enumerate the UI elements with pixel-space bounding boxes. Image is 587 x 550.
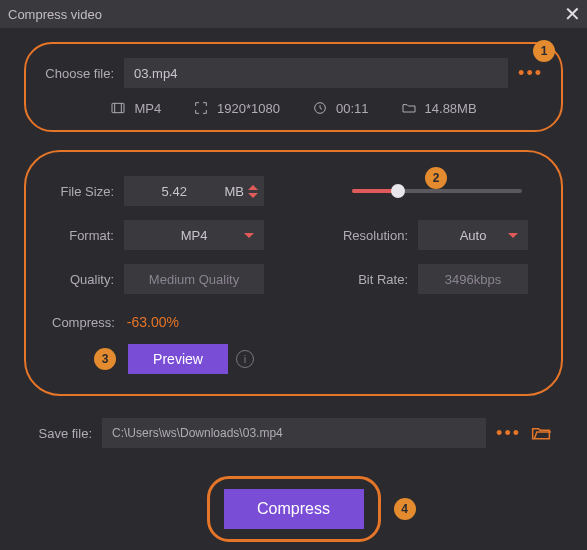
filesize-value: 5.42 [124,184,225,199]
action-row: Compress 4 [0,476,587,542]
chevron-down-icon [244,233,254,238]
format-label: Format: [52,228,114,243]
close-icon[interactable]: ✕ [564,2,581,26]
choose-file-section: 1 Choose file: ••• MP4 1920*1080 00:11 1… [24,42,563,132]
meta-format-value: MP4 [134,101,161,116]
preview-button[interactable]: Preview [128,344,228,374]
resolution-label: Resolution: [332,228,408,243]
compress-button[interactable]: Compress [224,489,364,529]
format-select[interactable]: MP4 [124,220,264,250]
compress-percent-row: Compress: -63.00% [52,314,535,330]
open-folder-button[interactable] [531,423,551,444]
slider-thumb[interactable] [391,184,405,198]
filesize-label: File Size: [52,184,114,199]
meta-duration: 00:11 [312,100,369,116]
bitrate-value: 3496kbps [418,264,528,294]
filesize-slider[interactable] [352,189,522,193]
info-icon[interactable]: i [236,350,254,368]
meta-resolution-value: 1920*1080 [217,101,280,116]
format-value: MP4 [181,228,208,243]
resolution-field: Resolution: Auto [332,220,535,250]
meta-size: 14.88MB [401,100,477,116]
save-file-row: Save file: ••• [36,418,551,448]
filesize-slider-wrap: 2 [332,189,535,193]
resolution-value: Auto [460,228,487,243]
filesize-field: File Size: 5.42 MB [52,176,312,206]
stepper-up-icon[interactable] [248,185,258,190]
quality-field: Quality: Medium Quality [52,264,312,294]
bitrate-field: Bit Rate: 3496kbps [332,264,535,294]
resolution-select[interactable]: Auto [418,220,528,250]
compress-value: -63.00% [127,314,179,330]
settings-section: File Size: 5.42 MB 2 Format: MP4 [24,150,563,396]
filesize-unit: MB [225,184,265,199]
quality-value: Medium Quality [124,264,264,294]
step-badge-3: 3 [94,348,116,370]
meta-duration-value: 00:11 [336,101,369,116]
step-badge-2: 2 [425,167,447,189]
step-badge-1: 1 [533,40,555,62]
window-title: Compress video [8,7,102,22]
meta-size-value: 14.88MB [425,101,477,116]
expand-icon [193,100,209,116]
film-icon [110,100,126,116]
bitrate-label: Bit Rate: [332,272,408,287]
step-badge-4: 4 [394,498,416,520]
filesize-stepper[interactable]: 5.42 MB [124,176,264,206]
browse-file-button[interactable]: ••• [518,63,543,84]
choose-file-label: Choose file: [44,66,114,81]
chevron-down-icon [508,233,518,238]
quality-label: Quality: [52,272,114,287]
choose-file-input[interactable] [124,58,508,88]
svg-rect-0 [112,103,124,112]
folder-icon [401,100,417,116]
clock-icon [312,100,328,116]
compress-label: Compress: [52,315,115,330]
meta-format: MP4 [110,100,161,116]
meta-resolution: 1920*1080 [193,100,280,116]
save-browse-button[interactable]: ••• [496,423,521,444]
compress-outline: Compress [207,476,381,542]
file-meta-row: MP4 1920*1080 00:11 14.88MB [44,100,543,116]
titlebar: Compress video ✕ [0,0,587,28]
stepper-down-icon[interactable] [248,193,258,198]
format-field: Format: MP4 [52,220,312,250]
save-file-label: Save file: [36,426,92,441]
save-file-input[interactable] [102,418,486,448]
